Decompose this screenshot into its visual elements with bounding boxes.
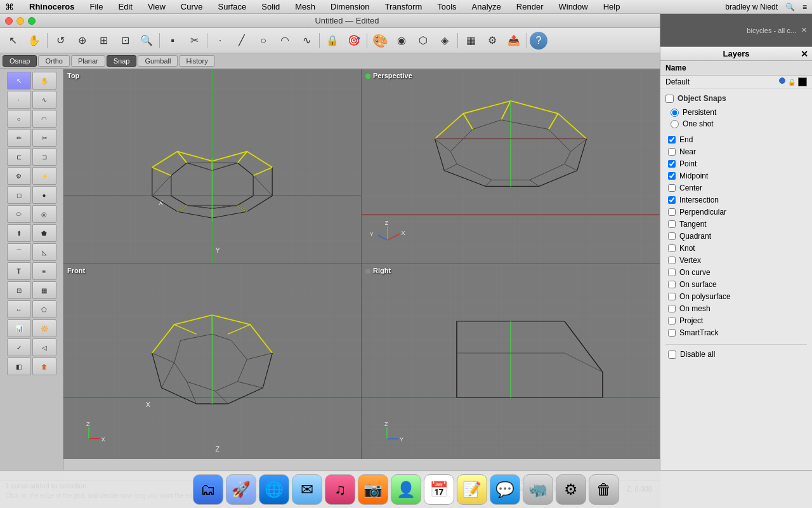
apple-menu[interactable]: ⌘ (5, 2, 14, 12)
trash-btn[interactable]: 🗑 (32, 358, 56, 375)
zoom-in-btn[interactable]: 🔍 (136, 30, 157, 51)
snap-item-intersection[interactable]: Intersection (665, 195, 807, 205)
snap-item-on-curve[interactable]: On curve (665, 267, 807, 277)
mirror-btn[interactable]: ⊐ (32, 148, 56, 166)
dock-skype[interactable]: 💬 (490, 474, 520, 505)
menu-dimension[interactable]: Dimension (328, 2, 372, 11)
snap-checkbox-10[interactable] (668, 257, 676, 264)
perspective-viewport[interactable]: Perspective (362, 69, 660, 264)
minimize-button[interactable] (16, 17, 24, 25)
select-btn[interactable]: ↖ (7, 72, 31, 90)
snap-item-on-surface[interactable]: On surface (665, 279, 807, 290)
dock-contacts[interactable]: 👤 (391, 474, 421, 505)
chamfer-btn[interactable]: ◺ (32, 243, 56, 261)
dock-rhinoceros[interactable]: 🦏 (523, 474, 553, 505)
hand-btn[interactable]: ✋ (32, 72, 56, 90)
dock-calendar[interactable]: 📅 (424, 474, 454, 505)
snap-checkbox-13[interactable] (668, 293, 676, 300)
lock-btn[interactable]: 🔒 (322, 30, 343, 51)
select-tool-btn[interactable]: ↖ (3, 30, 23, 51)
snap-item-quadrant[interactable]: Quadrant (665, 231, 807, 241)
snap-checkbox-5[interactable] (668, 196, 676, 204)
snap-checkbox-6[interactable] (668, 208, 676, 216)
display-mode-btn[interactable]: ⬡ (413, 30, 433, 51)
align-btn[interactable]: ◁ (32, 338, 56, 356)
box-3d-btn[interactable]: ◻ (7, 186, 31, 204)
snap-item-vertex[interactable]: Vertex (665, 255, 807, 265)
menu-window[interactable]: Window (556, 2, 590, 11)
pan-tool-btn[interactable]: ✋ (24, 30, 44, 51)
snap-checkbox-3[interactable] (668, 172, 676, 180)
snap-checkbox-11[interactable] (668, 269, 676, 276)
dock-finder[interactable]: 🗂 (193, 474, 223, 505)
menu-rhinoceros[interactable]: Rhinoceros (27, 2, 77, 11)
extrude-btn[interactable]: ⬆ (7, 224, 31, 242)
top-viewport[interactable]: Top X Y (63, 69, 362, 264)
menu-mesh[interactable]: Mesh (292, 2, 318, 11)
sphere-3d-btn[interactable]: ● (32, 186, 56, 204)
snap-toggle-btn[interactable]: Snap (107, 55, 137, 67)
menu-file[interactable]: File (88, 2, 106, 11)
snap-checkbox-14[interactable] (668, 305, 676, 312)
osnap-enable-checkbox[interactable] (665, 95, 674, 103)
dock-settings[interactable]: ⚙ (556, 474, 586, 505)
menu-extras-icon[interactable]: ≡ (802, 3, 807, 11)
one-shot-option[interactable]: One shot (671, 119, 807, 128)
material-btn[interactable]: ◈ (435, 30, 455, 51)
snap-checkbox-7[interactable] (668, 220, 676, 228)
arc-draw-btn[interactable]: ◠ (32, 110, 56, 128)
ortho-btn[interactable]: Ortho (38, 55, 70, 67)
export-btn[interactable]: 📤 (504, 30, 524, 51)
menu-view[interactable]: View (145, 2, 168, 11)
snap-item-midpoint[interactable]: Midpoint (665, 171, 807, 181)
close-button[interactable] (5, 17, 13, 25)
disable-all-row[interactable]: Disable all (665, 344, 807, 359)
snap-item-perpendicular[interactable]: Perpendicular (665, 207, 807, 217)
gumball-btn[interactable]: Gumball (138, 55, 178, 67)
menu-solid[interactable]: Solid (259, 2, 282, 11)
dock-photos[interactable]: 📷 (358, 474, 388, 505)
snap-checkbox-0[interactable] (668, 136, 676, 144)
snap-checkbox-4[interactable] (668, 184, 676, 192)
snap-checkbox-12[interactable] (668, 281, 676, 288)
cut-tool-btn[interactable]: ✂ (184, 30, 204, 51)
render-btn[interactable]: 🔆 (32, 319, 56, 337)
line-btn[interactable]: ╱ (232, 30, 252, 51)
color-wheel-btn[interactable]: 🎨 (370, 30, 390, 51)
layer-btn[interactable]: ◧ (7, 358, 31, 375)
snap-item-near[interactable]: Near (665, 147, 807, 157)
dock-trash[interactable]: 🗑 (589, 474, 619, 505)
transform-btn[interactable]: ↔ (7, 300, 31, 318)
render-mesh-btn[interactable]: ▦ (461, 30, 481, 51)
menu-surface[interactable]: Surface (216, 2, 249, 11)
history-btn[interactable]: History (179, 55, 214, 67)
one-shot-radio[interactable] (671, 120, 679, 128)
freehand-btn[interactable]: ✏ (7, 129, 31, 147)
trim-btn[interactable]: ✂ (32, 129, 56, 147)
menu-curve[interactable]: Curve (178, 2, 206, 11)
right-viewport[interactable]: Right (362, 264, 660, 459)
render-settings-btn[interactable]: ⚙ (482, 30, 502, 51)
snap-checkbox-16[interactable] (668, 329, 676, 337)
point-btn[interactable]: · (210, 30, 230, 51)
snap-checkbox-9[interactable] (668, 244, 676, 252)
zoom-extents-btn[interactable]: ⊞ (93, 30, 114, 51)
zoom-window-btn[interactable]: ⊕ (72, 30, 92, 51)
flow-btn[interactable]: ⚡ (32, 167, 56, 185)
snap-item-knot[interactable]: Knot (665, 243, 807, 253)
snap-checkbox-2[interactable] (668, 160, 676, 168)
persistent-option[interactable]: Persistent (671, 108, 807, 117)
cylinder-btn[interactable]: ⬭ (7, 205, 31, 223)
osnap-btn[interactable]: Osnap (3, 55, 37, 67)
circle-btn[interactable]: ○ (253, 30, 273, 51)
zoom-selected-btn[interactable]: ⊡ (115, 30, 135, 51)
cage-btn[interactable]: ⬠ (32, 300, 56, 318)
menu-tools[interactable]: Tools (435, 2, 459, 11)
block-btn[interactable]: ▦ (32, 281, 56, 299)
layer-lock-icon[interactable]: 🔓 (787, 77, 796, 86)
text-btn[interactable]: T (7, 262, 31, 280)
layer-visibility-dot[interactable] (779, 77, 785, 84)
snap-item-tangent[interactable]: Tangent (665, 219, 807, 229)
dock-launchpad[interactable]: 🚀 (226, 474, 256, 505)
array-btn[interactable]: ⚙ (7, 167, 31, 185)
